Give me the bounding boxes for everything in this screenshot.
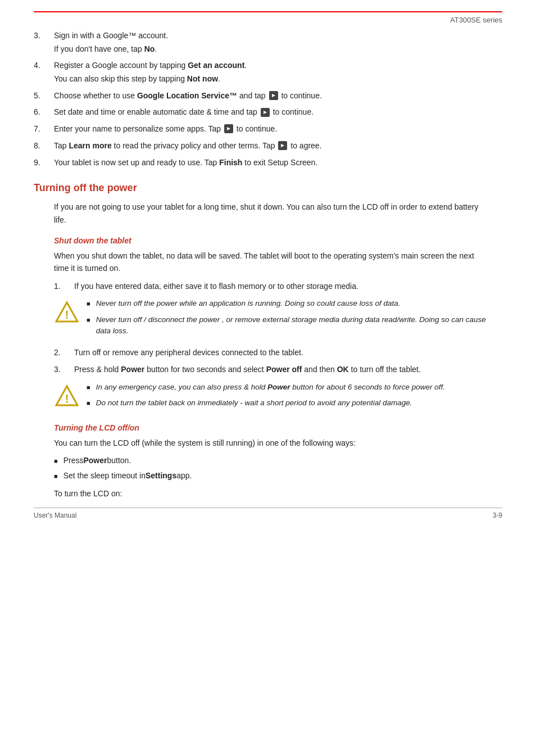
warning-box-2: ! In any emergency case, you can also pr… <box>54 382 502 414</box>
next-icon <box>269 91 278 100</box>
step-content: Choose whether to use Google Location Se… <box>54 90 502 102</box>
step-num: 5. <box>34 90 54 102</box>
step-num: 1. <box>54 280 74 293</box>
next-icon <box>278 141 287 150</box>
list-item: 4. Register a Google account by tapping … <box>34 60 502 85</box>
list-item: 3. Sign in with a Google™ account. If yo… <box>34 30 502 55</box>
turning-off-heading: Turning off the power <box>34 182 502 194</box>
step-content: If you have entered data, either save it… <box>74 280 502 293</box>
footer-right: 3-9 <box>493 511 502 519</box>
shut-down-subheading: Shut down the tablet <box>54 236 502 245</box>
svg-text:!: ! <box>65 392 69 405</box>
list-item: 3. Press & hold Power button for two sec… <box>54 364 502 376</box>
header-line <box>34 11 502 12</box>
list-item: 8. Tap Learn more to read the privacy po… <box>34 140 502 152</box>
step-content: Press & hold Power button for two second… <box>74 364 502 376</box>
step-content: Enter your name to personalize some apps… <box>54 123 502 135</box>
step-content: Sign in with a Google™ account. If you d… <box>54 30 502 55</box>
warning-items-2: In any emergency case, you can also pres… <box>87 382 502 414</box>
warning-icon-1: ! <box>54 299 80 325</box>
warning-box-1: ! Never turn off the power while an appl… <box>54 298 502 341</box>
step-num: 6. <box>34 106 54 119</box>
list-item: 2. Turn off or remove any peripheral dev… <box>54 347 502 359</box>
list-item: 7. Enter your name to personalize some a… <box>34 123 502 135</box>
warning-items-1: Never turn off the power while an applic… <box>87 298 502 341</box>
step-content: Turn off or remove any peripheral device… <box>74 347 502 359</box>
svg-text:!: ! <box>65 309 69 321</box>
warning-item: Never turn off / disconnect the power , … <box>87 314 502 337</box>
step-content: Your tablet is now set up and ready to u… <box>54 157 502 169</box>
bullet-item: Set the sleep timeout in Settings app. <box>54 470 482 482</box>
warning-item: In any emergency case, you can also pres… <box>87 382 502 393</box>
step-num: 2. <box>54 347 74 359</box>
warning-triangle-icon-2: ! <box>55 384 79 408</box>
series-label: AT300SE series <box>34 16 502 24</box>
lcd-subheading: Turning the LCD off/on <box>54 423 502 432</box>
step-num: 3. <box>34 30 54 55</box>
lcd-intro: You can turn the LCD off (while the syst… <box>54 437 482 449</box>
bullet-item: Press Power button. <box>54 455 482 467</box>
warning-item: Never turn off the power while an applic… <box>87 298 502 309</box>
footer: User's Manual 3-9 <box>34 508 502 519</box>
step-num: 3. <box>54 364 74 376</box>
footer-left: User's Manual <box>34 511 76 519</box>
sub-line: If you don't have one, tap No. <box>54 43 502 56</box>
page: AT300SE series 3. Sign in with a Google™… <box>0 0 536 528</box>
next-icon <box>261 108 270 117</box>
shutdown-steps-2: 2. Turn off or remove any peripheral dev… <box>54 347 502 375</box>
step-num: 8. <box>34 140 54 152</box>
step-num: 9. <box>34 157 54 169</box>
step-content: Set date and time or enable automatic da… <box>54 106 502 119</box>
step-num: 4. <box>34 60 54 85</box>
list-item: 5. Choose whether to use Google Location… <box>34 90 502 102</box>
lcd-bullet-list: Press Power button. Set the sleep timeou… <box>54 455 482 482</box>
turning-off-intro: If you are not going to use your tablet … <box>54 201 482 226</box>
warning-triangle-icon: ! <box>55 300 79 324</box>
step-num: 7. <box>34 123 54 135</box>
numbered-list-top: 3. Sign in with a Google™ account. If yo… <box>34 30 502 169</box>
shutdown-steps: 1. If you have entered data, either save… <box>54 280 502 293</box>
warning-icon-2: ! <box>54 383 80 409</box>
list-item: 6. Set date and time or enable automatic… <box>34 106 502 119</box>
shut-down-desc: When you shut down the tablet, no data w… <box>54 250 482 275</box>
step-content: Tap Learn more to read the privacy polic… <box>54 140 502 152</box>
warning-item: Do not turn the tablet back on immediate… <box>87 397 502 409</box>
list-item: 9. Your tablet is now set up and ready t… <box>34 157 502 169</box>
sub-line: You can also skip this step by tapping N… <box>54 73 502 85</box>
lcd-last-line: To turn the LCD on: <box>54 487 482 500</box>
step-content: Register a Google account by tapping Get… <box>54 60 502 85</box>
next-icon <box>224 124 233 133</box>
list-item: 1. If you have entered data, either save… <box>54 280 502 293</box>
